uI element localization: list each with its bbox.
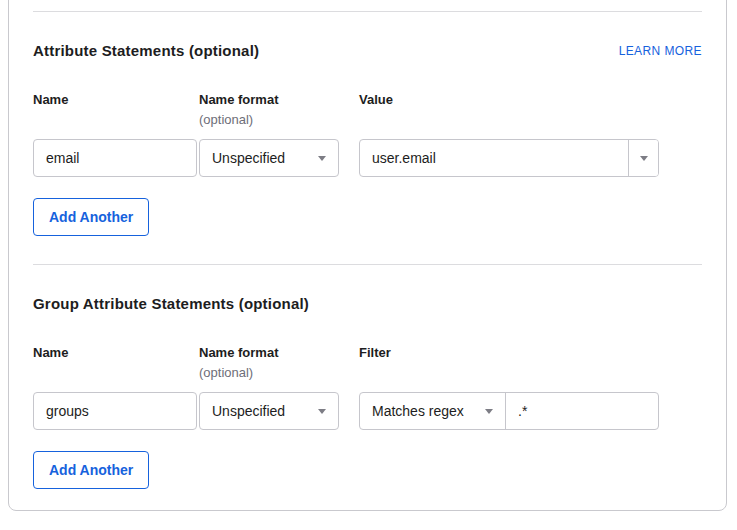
column-label-value: Value (359, 93, 659, 106)
learn-more-link[interactable]: LEARN MORE (619, 44, 702, 58)
group-attribute-name-input[interactable] (33, 392, 197, 430)
group-attribute-statement-row: Unspecified Matches regex (33, 392, 702, 430)
attribute-statements-heading: Attribute Statements (optional) (33, 42, 259, 60)
filter-value-input[interactable] (506, 393, 658, 429)
attribute-name-format-value: Unspecified (212, 150, 285, 166)
column-label-filter: Filter (359, 346, 659, 359)
add-another-button[interactable]: Add Another (33, 451, 149, 489)
add-another-button[interactable]: Add Another (33, 198, 149, 236)
group-attribute-statements-column-labels: Name Name format (optional) Filter (33, 346, 702, 379)
attribute-statement-row: Unspecified (33, 139, 702, 177)
filter-operator-value: Matches regex (372, 403, 464, 419)
filter-operator-select[interactable]: Matches regex (360, 393, 506, 429)
group-attribute-name-format-select[interactable]: Unspecified (199, 392, 339, 430)
column-label-name-format: Name format (199, 346, 359, 359)
app-settings-panel: Attribute Statements (optional) LEARN MO… (8, 0, 727, 511)
chevron-down-icon (318, 156, 326, 161)
column-sublabel-optional: (optional) (199, 366, 359, 379)
section-divider (33, 264, 702, 265)
chevron-down-icon (485, 409, 493, 414)
chevron-down-icon (318, 409, 326, 414)
attribute-name-format-select[interactable]: Unspecified (199, 139, 339, 177)
column-label-name: Name (33, 346, 199, 359)
chevron-down-icon (640, 156, 648, 161)
attribute-name-input[interactable] (33, 139, 197, 177)
group-attribute-filter-group: Matches regex (359, 392, 659, 430)
column-label-name: Name (33, 93, 199, 106)
attribute-value-group (359, 139, 659, 177)
attribute-statements-header: Attribute Statements (optional) LEARN MO… (33, 42, 702, 60)
attribute-value-input[interactable] (360, 140, 628, 176)
attribute-value-dropdown-button[interactable] (628, 140, 658, 176)
section-divider (33, 11, 702, 12)
group-attribute-statements-heading: Group Attribute Statements (optional) (33, 295, 309, 313)
column-label-name-format: Name format (199, 93, 359, 106)
group-attribute-name-format-value: Unspecified (212, 403, 285, 419)
attribute-statements-column-labels: Name Name format (optional) Value (33, 93, 702, 126)
column-sublabel-optional: (optional) (199, 113, 359, 126)
group-attribute-statements-header: Group Attribute Statements (optional) (33, 295, 702, 313)
